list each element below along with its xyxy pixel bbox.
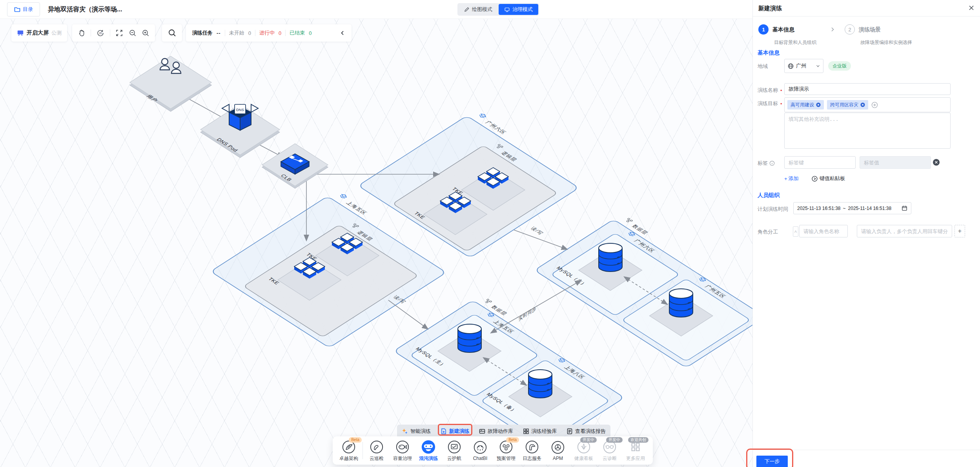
app-window: 广州六区 逻辑层 TKE TKE 上海五区 bbox=[0, 0, 980, 467]
dock-item-capacity-governance[interactable]: 容量治理 bbox=[390, 440, 415, 462]
step-1-label: 基本信息 bbox=[772, 24, 794, 35]
calendar-icon bbox=[902, 205, 907, 211]
dock-item-cloud-diagnosis[interactable]: 开发中 云诊断 bbox=[597, 440, 623, 462]
running-count: 0 bbox=[279, 30, 281, 36]
grid-icon bbox=[523, 428, 529, 434]
add-role-button[interactable]: + bbox=[954, 225, 965, 237]
govern-mode-button[interactable]: 治理模式 bbox=[499, 4, 538, 15]
tag-value-input[interactable] bbox=[860, 156, 931, 169]
pan-hand-icon[interactable] bbox=[78, 29, 86, 37]
file-plus-icon bbox=[441, 428, 447, 434]
dock-item-cloud-patrol[interactable]: 云巡检 bbox=[364, 440, 390, 462]
target-tag[interactable]: 跨可用区容灾 bbox=[827, 100, 868, 109]
apm-icon bbox=[550, 440, 565, 455]
finished-label: 已结束 bbox=[290, 29, 305, 36]
add-tag-icon[interactable] bbox=[871, 102, 878, 108]
tag-remove-icon[interactable] bbox=[816, 102, 821, 107]
drill-target-label: 演练目标• bbox=[758, 100, 782, 107]
step-2[interactable]: 2 演练场景 bbox=[845, 24, 881, 35]
step-1-desc: 目标背景和人员组织 bbox=[774, 39, 816, 46]
role-drag-handle[interactable]: A bbox=[793, 226, 798, 237]
kv-clipboard-button[interactable]: 键值粘贴板 bbox=[812, 175, 845, 182]
role-name-input[interactable] bbox=[799, 225, 848, 237]
bigscreen-icon bbox=[17, 29, 24, 36]
step-1: 1 基本信息 bbox=[758, 24, 794, 35]
mysql-backup-icon[interactable] bbox=[528, 370, 552, 398]
fault-action-library-button[interactable]: 故障动作库 bbox=[479, 428, 513, 435]
dock-item-plan-management[interactable]: Beta 预案管理 bbox=[493, 440, 519, 462]
next-step-button[interactable]: 下一步 bbox=[756, 456, 788, 467]
catalog-button[interactable]: 目录 bbox=[7, 2, 40, 16]
region-select[interactable]: 广州 bbox=[784, 59, 823, 73]
search-button[interactable] bbox=[162, 24, 182, 42]
new-drill-button[interactable]: 新建演练 bbox=[441, 428, 470, 435]
dock-item-excellent-architecture[interactable]: Beta 卓越架构 bbox=[336, 440, 362, 462]
step-chevron-icon bbox=[830, 27, 835, 34]
dock-item-health-board[interactable]: 开发中 健康看板 bbox=[571, 440, 597, 462]
node-users[interactable]: 用户 bbox=[126, 56, 212, 111]
target-tag[interactable]: 高可用建设 bbox=[787, 100, 824, 109]
step-2-number: 2 bbox=[845, 24, 855, 35]
enterprise-badge: 企业版 bbox=[828, 61, 851, 71]
fullscreen-icon[interactable] bbox=[115, 29, 123, 37]
dns-box-label: DNS bbox=[236, 108, 244, 112]
schedule-separator: ~ bbox=[843, 206, 846, 211]
tag-remove-icon[interactable] bbox=[860, 102, 865, 107]
monitor-icon bbox=[504, 7, 510, 13]
dock-item-apm[interactable]: APM bbox=[545, 440, 571, 461]
diagram-canvas[interactable]: 广州六区 逻辑层 TKE TKE 上海五区 bbox=[0, 0, 752, 467]
mysql-primary-icon[interactable] bbox=[458, 324, 481, 352]
open-bigscreen-button[interactable]: 开启大屏 公测 bbox=[11, 24, 67, 42]
mysql-backup-icon[interactable] bbox=[669, 289, 693, 317]
dock-item-cloud-escort[interactable]: 云护航 bbox=[441, 440, 467, 462]
required-mark: • bbox=[780, 101, 782, 107]
rotate-2d-icon[interactable]: 2D bbox=[97, 29, 104, 37]
dock-item-chaos-drill[interactable]: 混沌演练 bbox=[415, 440, 441, 462]
finished-count: 0 bbox=[309, 30, 311, 36]
schedule-range-picker[interactable]: 2025-11-13 16:51:38 ~ 2025-11-14 16:51:3… bbox=[793, 202, 911, 214]
collapse-chevron-icon[interactable] bbox=[340, 30, 345, 36]
chaos-drill-icon bbox=[421, 440, 436, 454]
zoom-out-icon[interactable] bbox=[129, 29, 137, 37]
schedule-label: 计划演练时间 bbox=[758, 206, 788, 213]
close-icon[interactable] bbox=[968, 5, 975, 11]
people-section-title: 人员组织 bbox=[758, 192, 780, 199]
running-label: 进行中 bbox=[259, 29, 275, 36]
add-tag-button[interactable]: +添加 bbox=[784, 175, 799, 182]
zone-guangzhou-logic[interactable]: 广州六区 逻辑层 TKE TKE bbox=[358, 109, 589, 258]
dock-item-more-apps[interactable]: 欢迎共创 更多应用 bbox=[623, 440, 648, 462]
search-icon bbox=[168, 29, 177, 37]
drill-experience-library-button[interactable]: 演练经验库 bbox=[523, 428, 557, 435]
drill-name-input[interactable] bbox=[784, 83, 951, 95]
panel-header: 新建演练 bbox=[753, 0, 980, 16]
smart-drill-button[interactable]: 智能演练 bbox=[402, 428, 431, 435]
chatbi-icon bbox=[473, 440, 488, 455]
zoom-in-icon[interactable] bbox=[142, 29, 149, 37]
target-description-textarea[interactable] bbox=[784, 113, 951, 149]
dev-badge: 开发中 bbox=[606, 437, 623, 443]
drill-task-bar: 演练任务 -- 未开始 0 进行中 0 已结束 0 bbox=[186, 24, 352, 42]
dock-item-chatbi[interactable]: ChatBI bbox=[467, 440, 493, 461]
dock-item-log-service[interactable]: 日志服务 bbox=[519, 440, 545, 462]
cloud-patrol-icon bbox=[369, 440, 384, 454]
tag-key-input[interactable] bbox=[784, 156, 856, 169]
mysql-primary-icon[interactable] bbox=[599, 243, 622, 272]
role-owner-input[interactable] bbox=[857, 225, 952, 237]
zone-guangzhou-data[interactable]: 数据层 广州六区 广州五区 MySQL（主） bbox=[534, 214, 752, 368]
plus-icon: + bbox=[784, 176, 787, 182]
globe-icon bbox=[788, 63, 794, 69]
not-started-count: 0 bbox=[248, 30, 251, 36]
drill-target-tags[interactable]: 高可用建设 跨可用区容灾 bbox=[784, 97, 951, 112]
view-drill-report-button[interactable]: 查看演练报告 bbox=[567, 428, 606, 435]
beta-badge: Beta bbox=[349, 437, 362, 443]
canvas-tools: 2D bbox=[72, 24, 155, 42]
welcome-badge: 欢迎共创 bbox=[628, 437, 648, 443]
task-label: 演练任务 bbox=[192, 29, 213, 36]
node-clb[interactable]: CLB bbox=[262, 144, 328, 188]
beta-badge: Beta bbox=[506, 437, 519, 443]
draw-mode-button[interactable]: 绘图模式 bbox=[458, 4, 498, 15]
node-dns-pod[interactable]: DNS Pod DNS bbox=[200, 104, 280, 158]
dock-divider bbox=[362, 442, 363, 459]
folder-icon bbox=[14, 6, 20, 13]
remove-tag-row-icon[interactable] bbox=[933, 159, 940, 168]
